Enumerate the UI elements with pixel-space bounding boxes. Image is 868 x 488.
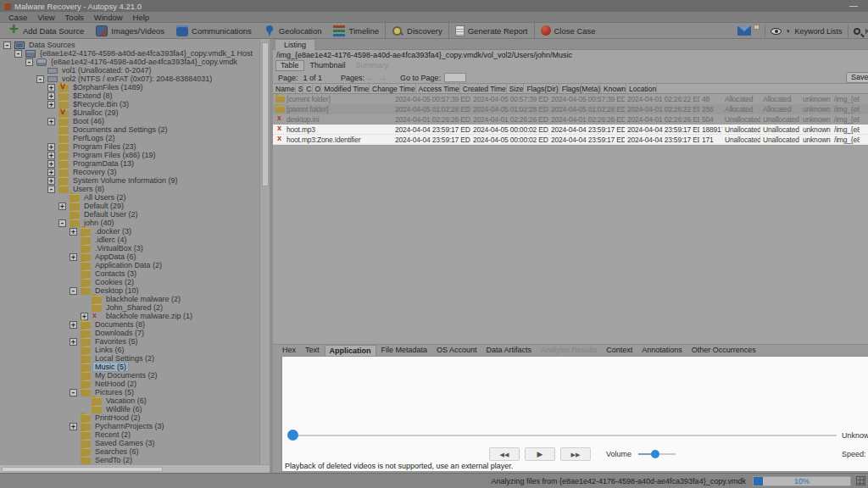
tree-expander-icon[interactable]: [70, 253, 77, 261]
tree-item[interactable]: Program Files (23): [0, 142, 259, 151]
tree-expander-icon[interactable]: [70, 423, 77, 430]
tree-item[interactable]: Downloads (7): [0, 329, 259, 337]
tree-item[interactable]: vol2 (NTFS / exFAT (0x07): 2048-83884031…: [0, 75, 259, 83]
page-next-icon[interactable]: →: [378, 73, 387, 82]
tree-item[interactable]: Default (29): [0, 202, 259, 210]
column-header[interactable]: Location: [626, 84, 657, 93]
table-row[interactable]: hoot.mp3 2024-04-04 23:59:17 EDT 2024-04…: [273, 125, 868, 135]
tree-expander-icon[interactable]: [70, 321, 77, 329]
tree-item[interactable]: NetHood (2): [0, 380, 259, 388]
table-row[interactable]: desktop.ini 2024-04-01 02:26:26 EDT 2024…: [273, 114, 868, 125]
content-viewer-tab[interactable]: Analysis Results: [537, 345, 601, 356]
tree-item[interactable]: Links (6): [0, 346, 259, 354]
tree-item[interactable]: .VirtualBox (3): [0, 244, 259, 252]
tree-item[interactable]: Favorites (5): [0, 337, 259, 346]
tree-item[interactable]: john (40): [0, 219, 259, 227]
rewind-button[interactable]: ◀◀: [489, 447, 520, 461]
content-viewer-tab[interactable]: Context: [602, 345, 637, 356]
tree-item[interactable]: Pictures (5): [0, 388, 259, 396]
tree-item[interactable]: My Documents (2): [0, 371, 259, 380]
tree-item[interactable]: Boot (46): [0, 117, 259, 125]
tree-expander-icon[interactable]: [58, 202, 66, 210]
tree-item[interactable]: Desktop (10): [0, 286, 259, 295]
tree-expander-icon[interactable]: [47, 177, 55, 185]
toolbar-button[interactable]: Generate Report: [448, 23, 534, 39]
keyword-search-icon[interactable]: [854, 28, 860, 35]
table-row[interactable]: [current folder] 2024-04-05 00:57:39 EDT…: [273, 94, 868, 104]
toolbar-button[interactable]: Communications: [170, 23, 258, 39]
tree-expander-icon[interactable]: [47, 84, 55, 92]
toolbar-button[interactable]: Geolocation: [258, 23, 328, 39]
column-header[interactable]: Flags(Meta): [559, 84, 601, 93]
menu-item[interactable]: Case: [3, 13, 32, 22]
tree-item[interactable]: {e8ae1e42-4176-4598-a40d-ae4fca393fa4}_c…: [0, 49, 259, 58]
view-mode-tab[interactable]: Thumbnail: [306, 60, 350, 71]
messages-envelope-icon[interactable]: [737, 26, 751, 36]
menu-item[interactable]: Help: [128, 13, 155, 22]
tree-item[interactable]: blackhole malware.zip (1): [0, 312, 259, 320]
content-viewer-tab[interactable]: Annotations: [637, 345, 687, 356]
tree-item[interactable]: $Recycle.Bin (3): [0, 100, 259, 108]
tree-expander-icon[interactable]: [3, 42, 11, 49]
tree-expander-icon[interactable]: [47, 92, 55, 100]
tree-expander-icon[interactable]: [58, 219, 66, 227]
view-mode-tab[interactable]: Summary: [352, 60, 393, 71]
tree-item[interactable]: Saved Games (3): [0, 439, 259, 447]
tree-item[interactable]: Vacation (6): [0, 396, 259, 405]
table-row[interactable]: hoot.mp3:Zone.Identifier 2024-04-04 23:5…: [273, 135, 868, 145]
column-header[interactable]: Name: [273, 84, 296, 93]
menu-item[interactable]: View: [32, 13, 59, 22]
tree-item[interactable]: Users (8): [0, 185, 259, 193]
tree-expander-icon[interactable]: [70, 287, 77, 295]
toolbar-button[interactable]: Discovery: [385, 23, 448, 39]
chevron-down-icon[interactable]: ▾: [787, 28, 790, 35]
column-header[interactable]: Access Time: [416, 84, 460, 93]
tree-expander-icon[interactable]: [70, 228, 77, 236]
column-header[interactable]: Flags(Dir): [524, 84, 559, 93]
tree-expander-icon[interactable]: [47, 169, 55, 176]
background-tasks-icon[interactable]: [856, 476, 865, 485]
column-header[interactable]: Change Time: [370, 84, 416, 93]
tree-item[interactable]: AppData (6): [0, 252, 259, 261]
column-header[interactable]: Modified Time: [321, 84, 370, 93]
tree-expander-icon[interactable]: [47, 160, 55, 168]
tree-item[interactable]: blackhole malware (2): [0, 295, 259, 303]
tree-item[interactable]: Application Data (2): [0, 261, 259, 269]
tree-expander-icon[interactable]: [47, 143, 55, 151]
toolbar-button[interactable]: Timeline: [327, 23, 385, 39]
tree-item[interactable]: Recent (2): [0, 430, 259, 439]
tree-item[interactable]: Data Sources: [0, 41, 259, 49]
play-button[interactable]: ▶: [525, 447, 555, 461]
tree-item[interactable]: Music (5): [0, 363, 259, 371]
tree-item[interactable]: John_Shared (2): [0, 303, 259, 312]
tree-expander-icon[interactable]: [25, 58, 33, 66]
tree-vertical-scrollbar[interactable]: [259, 39, 270, 464]
fast-forward-button[interactable]: ▶▶: [560, 447, 591, 461]
content-viewer-tab[interactable]: File Metadata: [377, 345, 432, 356]
tree-item[interactable]: ProgramData (13): [0, 159, 259, 168]
tree-item[interactable]: All Users (2): [0, 193, 259, 202]
tree-expander-icon[interactable]: [47, 152, 55, 159]
content-viewer-tab[interactable]: Other Occurrences: [687, 345, 760, 356]
tree-item[interactable]: $OrphanFiles (1489): [0, 83, 259, 92]
tree-item[interactable]: System Volume Information (9): [0, 176, 259, 185]
tree-expander-icon[interactable]: [47, 186, 55, 193]
tree-expander-icon[interactable]: [47, 118, 55, 125]
tree-item[interactable]: $Extend (8): [0, 92, 259, 100]
column-header[interactable]: S: [296, 84, 304, 93]
tree-item[interactable]: .docker (3): [0, 227, 259, 236]
tree-item[interactable]: Documents (8): [0, 320, 259, 329]
tree-horizontal-scrollbar[interactable]: [0, 464, 270, 473]
keyword-lists-button[interactable]: Keyword Lists: [795, 27, 843, 36]
column-header[interactable]: Size: [507, 84, 525, 93]
tree-expander-icon[interactable]: [70, 338, 77, 346]
tree-item[interactable]: .idlerc (4): [0, 236, 259, 244]
volume-thumb[interactable]: [651, 450, 659, 458]
minimize-button[interactable]: —: [849, 2, 858, 10]
tree-item[interactable]: Default User (2): [0, 210, 259, 219]
seek-thumb[interactable]: [287, 430, 298, 441]
content-viewer-tab[interactable]: Data Artifacts: [482, 345, 537, 356]
toolbar-button[interactable]: Add Data Source: [2, 23, 90, 39]
content-viewer-tab[interactable]: Text: [301, 345, 324, 356]
seek-slider[interactable]: [287, 430, 837, 441]
